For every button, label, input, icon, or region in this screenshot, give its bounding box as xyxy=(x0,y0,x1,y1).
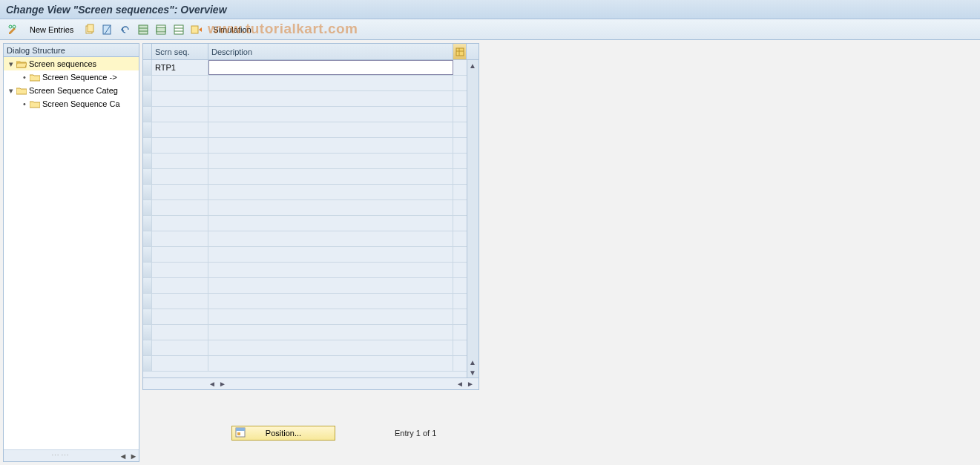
table-row[interactable] xyxy=(143,247,467,263)
table-config-button[interactable] xyxy=(453,44,467,59)
table-row[interactable] xyxy=(143,278,467,294)
hscroll-left-1-icon[interactable]: ◄ xyxy=(207,379,217,389)
cell-scrn-seq[interactable] xyxy=(152,325,208,340)
cell-scrn-seq[interactable] xyxy=(152,76,208,90)
row-selector[interactable] xyxy=(143,263,152,277)
table-row[interactable] xyxy=(143,107,467,122)
row-selector[interactable] xyxy=(143,60,152,75)
cell-description[interactable] xyxy=(208,247,453,262)
deselect-all-button[interactable] xyxy=(171,22,186,37)
cell-scrn-seq[interactable] xyxy=(152,309,208,324)
row-selector[interactable] xyxy=(143,247,152,262)
select-all-button[interactable] xyxy=(136,22,151,37)
table-row[interactable] xyxy=(143,138,467,154)
hscroll-right-2-icon[interactable]: ► xyxy=(465,379,476,389)
cell-description[interactable] xyxy=(208,169,453,184)
cell-scrn-seq[interactable] xyxy=(152,216,208,231)
hscroll-left-2-icon[interactable]: ◄ xyxy=(455,379,465,389)
table-row[interactable]: RTP1 xyxy=(143,60,467,76)
cell-description[interactable] xyxy=(208,200,453,215)
row-selector[interactable] xyxy=(143,169,152,184)
scroll-left-icon[interactable]: ◄ xyxy=(118,451,128,461)
horizontal-scrollbar[interactable]: ◄ ► ◄ ► xyxy=(152,379,479,389)
row-selector[interactable] xyxy=(143,231,152,246)
cell-description[interactable] xyxy=(208,231,453,246)
table-row[interactable] xyxy=(143,294,467,309)
tree-item[interactable]: •Screen Sequence -> xyxy=(4,70,139,84)
copy-as-button[interactable] xyxy=(82,22,97,37)
row-selector[interactable] xyxy=(143,91,152,106)
new-entries-button[interactable]: New Entries xyxy=(24,22,79,37)
row-selector[interactable] xyxy=(143,340,152,355)
table-row[interactable] xyxy=(143,185,467,200)
cell-scrn-seq[interactable] xyxy=(152,107,208,122)
undo-change-button[interactable] xyxy=(118,22,133,37)
vertical-scrollbar[interactable]: ▲ ▲ ▼ xyxy=(467,60,479,377)
cell-description[interactable] xyxy=(208,325,453,340)
cell-scrn-seq[interactable] xyxy=(152,185,208,199)
table-header-selector[interactable] xyxy=(143,44,152,59)
expander-icon[interactable]: ▾ xyxy=(7,59,16,69)
row-selector[interactable] xyxy=(143,185,152,199)
table-row[interactable] xyxy=(143,309,467,325)
row-selector[interactable] xyxy=(143,278,152,293)
table-row[interactable] xyxy=(143,231,467,247)
cell-scrn-seq[interactable] xyxy=(152,247,208,262)
cell-description[interactable] xyxy=(208,263,453,277)
row-selector[interactable] xyxy=(143,107,152,122)
configuration-button[interactable] xyxy=(189,22,204,37)
table-row[interactable] xyxy=(143,91,467,107)
row-selector[interactable] xyxy=(143,122,152,137)
dialog-structure-tree[interactable]: ▾Screen sequences•Screen Sequence ->▾Scr… xyxy=(4,57,139,449)
simulation-button[interactable]: Simulation xyxy=(207,22,257,37)
table-row[interactable] xyxy=(143,263,467,278)
row-selector[interactable] xyxy=(143,138,152,153)
row-selector[interactable] xyxy=(143,200,152,215)
scroll-down-arrow-1-icon[interactable]: ▲ xyxy=(467,357,478,367)
tree-item[interactable]: ▾Screen sequences xyxy=(4,57,139,70)
toggle-display-change-button[interactable] xyxy=(6,22,21,37)
cell-scrn-seq[interactable] xyxy=(152,91,208,106)
cell-scrn-seq[interactable] xyxy=(152,278,208,293)
table-row[interactable] xyxy=(143,200,467,216)
row-selector[interactable] xyxy=(143,216,152,231)
scroll-down-arrow-2-icon[interactable]: ▼ xyxy=(467,367,478,377)
cell-description[interactable] xyxy=(208,122,453,137)
cell-description[interactable] xyxy=(208,91,453,106)
cell-scrn-seq[interactable] xyxy=(152,263,208,277)
row-selector[interactable] xyxy=(143,154,152,168)
cell-description[interactable] xyxy=(208,294,453,309)
cell-description[interactable] xyxy=(208,185,453,199)
cell-scrn-seq[interactable]: RTP1 xyxy=(152,60,208,75)
table-header-description[interactable]: Description xyxy=(208,44,453,59)
cell-scrn-seq[interactable] xyxy=(152,231,208,246)
table-row[interactable] xyxy=(143,76,467,91)
cell-scrn-seq[interactable] xyxy=(152,154,208,168)
cell-scrn-seq[interactable] xyxy=(152,122,208,137)
cell-description[interactable] xyxy=(208,138,453,153)
table-row[interactable] xyxy=(143,154,467,169)
row-selector[interactable] xyxy=(143,294,152,309)
row-selector[interactable] xyxy=(143,356,152,371)
table-row[interactable] xyxy=(143,356,467,372)
cell-scrn-seq[interactable] xyxy=(152,169,208,184)
select-block-button[interactable] xyxy=(154,22,168,37)
cell-description[interactable] xyxy=(208,340,453,355)
table-row[interactable] xyxy=(143,340,467,356)
delete-button[interactable] xyxy=(100,22,115,37)
tree-item[interactable]: •Screen Sequence Ca xyxy=(4,97,139,111)
cell-description[interactable] xyxy=(208,356,453,371)
cell-description[interactable] xyxy=(208,216,453,231)
position-button[interactable]: Position... xyxy=(231,426,335,441)
row-selector[interactable] xyxy=(143,325,152,340)
row-selector[interactable] xyxy=(143,309,152,324)
cell-description[interactable] xyxy=(208,278,453,293)
hscroll-right-1-icon[interactable]: ► xyxy=(217,379,228,389)
scroll-up-icon[interactable]: ▲ xyxy=(467,60,478,70)
expander-icon[interactable]: ▾ xyxy=(7,86,16,96)
cell-description[interactable] xyxy=(208,60,453,75)
cell-scrn-seq[interactable] xyxy=(152,200,208,215)
cell-scrn-seq[interactable] xyxy=(152,340,208,355)
table-row[interactable] xyxy=(143,216,467,231)
cell-scrn-seq[interactable] xyxy=(152,138,208,153)
